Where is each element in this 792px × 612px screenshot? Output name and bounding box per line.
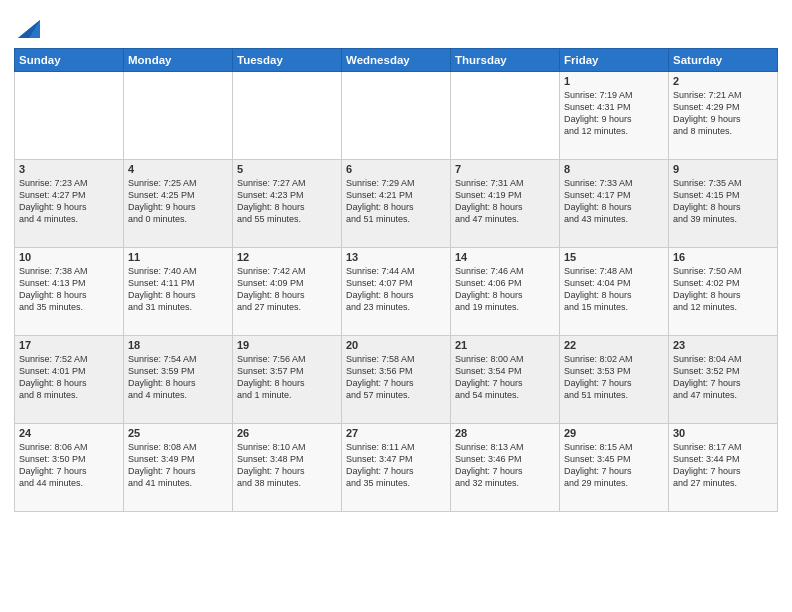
- day-number: 8: [564, 163, 664, 175]
- day-number: 5: [237, 163, 337, 175]
- day-number: 24: [19, 427, 119, 439]
- day-info: Sunrise: 7:29 AM Sunset: 4:21 PM Dayligh…: [346, 177, 446, 226]
- calendar-cell: 14Sunrise: 7:46 AM Sunset: 4:06 PM Dayli…: [451, 248, 560, 336]
- day-info: Sunrise: 7:50 AM Sunset: 4:02 PM Dayligh…: [673, 265, 773, 314]
- day-info: Sunrise: 7:48 AM Sunset: 4:04 PM Dayligh…: [564, 265, 664, 314]
- calendar-header-monday: Monday: [124, 49, 233, 72]
- day-info: Sunrise: 8:04 AM Sunset: 3:52 PM Dayligh…: [673, 353, 773, 402]
- calendar-cell: 5Sunrise: 7:27 AM Sunset: 4:23 PM Daylig…: [233, 160, 342, 248]
- day-info: Sunrise: 8:08 AM Sunset: 3:49 PM Dayligh…: [128, 441, 228, 490]
- day-info: Sunrise: 7:19 AM Sunset: 4:31 PM Dayligh…: [564, 89, 664, 138]
- day-number: 26: [237, 427, 337, 439]
- calendar-header-tuesday: Tuesday: [233, 49, 342, 72]
- day-number: 20: [346, 339, 446, 351]
- calendar-cell: 18Sunrise: 7:54 AM Sunset: 3:59 PM Dayli…: [124, 336, 233, 424]
- day-number: 21: [455, 339, 555, 351]
- day-number: 6: [346, 163, 446, 175]
- day-info: Sunrise: 7:54 AM Sunset: 3:59 PM Dayligh…: [128, 353, 228, 402]
- calendar-cell: 10Sunrise: 7:38 AM Sunset: 4:13 PM Dayli…: [15, 248, 124, 336]
- day-number: 27: [346, 427, 446, 439]
- calendar-cell: [124, 72, 233, 160]
- calendar-cell: 25Sunrise: 8:08 AM Sunset: 3:49 PM Dayli…: [124, 424, 233, 512]
- calendar-cell: [15, 72, 124, 160]
- day-info: Sunrise: 7:46 AM Sunset: 4:06 PM Dayligh…: [455, 265, 555, 314]
- day-info: Sunrise: 8:13 AM Sunset: 3:46 PM Dayligh…: [455, 441, 555, 490]
- calendar-cell: 7Sunrise: 7:31 AM Sunset: 4:19 PM Daylig…: [451, 160, 560, 248]
- calendar-cell: 30Sunrise: 8:17 AM Sunset: 3:44 PM Dayli…: [669, 424, 778, 512]
- day-number: 4: [128, 163, 228, 175]
- calendar-header-saturday: Saturday: [669, 49, 778, 72]
- day-number: 18: [128, 339, 228, 351]
- calendar-header-thursday: Thursday: [451, 49, 560, 72]
- day-number: 12: [237, 251, 337, 263]
- calendar: SundayMondayTuesdayWednesdayThursdayFrid…: [14, 48, 778, 512]
- logo-icon: [18, 10, 40, 42]
- calendar-header-wednesday: Wednesday: [342, 49, 451, 72]
- day-info: Sunrise: 8:10 AM Sunset: 3:48 PM Dayligh…: [237, 441, 337, 490]
- calendar-cell: 11Sunrise: 7:40 AM Sunset: 4:11 PM Dayli…: [124, 248, 233, 336]
- calendar-cell: 13Sunrise: 7:44 AM Sunset: 4:07 PM Dayli…: [342, 248, 451, 336]
- day-info: Sunrise: 8:15 AM Sunset: 3:45 PM Dayligh…: [564, 441, 664, 490]
- calendar-cell: 26Sunrise: 8:10 AM Sunset: 3:48 PM Dayli…: [233, 424, 342, 512]
- calendar-header-friday: Friday: [560, 49, 669, 72]
- day-info: Sunrise: 7:58 AM Sunset: 3:56 PM Dayligh…: [346, 353, 446, 402]
- day-info: Sunrise: 7:42 AM Sunset: 4:09 PM Dayligh…: [237, 265, 337, 314]
- calendar-header-row: SundayMondayTuesdayWednesdayThursdayFrid…: [15, 49, 778, 72]
- day-number: 30: [673, 427, 773, 439]
- calendar-cell: 21Sunrise: 8:00 AM Sunset: 3:54 PM Dayli…: [451, 336, 560, 424]
- day-number: 13: [346, 251, 446, 263]
- day-number: 28: [455, 427, 555, 439]
- week-row-3: 10Sunrise: 7:38 AM Sunset: 4:13 PM Dayli…: [15, 248, 778, 336]
- day-info: Sunrise: 7:40 AM Sunset: 4:11 PM Dayligh…: [128, 265, 228, 314]
- day-number: 17: [19, 339, 119, 351]
- day-info: Sunrise: 7:52 AM Sunset: 4:01 PM Dayligh…: [19, 353, 119, 402]
- day-info: Sunrise: 7:38 AM Sunset: 4:13 PM Dayligh…: [19, 265, 119, 314]
- calendar-cell: [342, 72, 451, 160]
- calendar-cell: 23Sunrise: 8:04 AM Sunset: 3:52 PM Dayli…: [669, 336, 778, 424]
- calendar-cell: 2Sunrise: 7:21 AM Sunset: 4:29 PM Daylig…: [669, 72, 778, 160]
- calendar-cell: 29Sunrise: 8:15 AM Sunset: 3:45 PM Dayli…: [560, 424, 669, 512]
- calendar-cell: 8Sunrise: 7:33 AM Sunset: 4:17 PM Daylig…: [560, 160, 669, 248]
- calendar-cell: 27Sunrise: 8:11 AM Sunset: 3:47 PM Dayli…: [342, 424, 451, 512]
- day-info: Sunrise: 7:25 AM Sunset: 4:25 PM Dayligh…: [128, 177, 228, 226]
- day-number: 1: [564, 75, 664, 87]
- day-info: Sunrise: 7:23 AM Sunset: 4:27 PM Dayligh…: [19, 177, 119, 226]
- day-number: 22: [564, 339, 664, 351]
- calendar-cell: 22Sunrise: 8:02 AM Sunset: 3:53 PM Dayli…: [560, 336, 669, 424]
- logo: [14, 10, 40, 42]
- calendar-cell: [451, 72, 560, 160]
- day-info: Sunrise: 7:56 AM Sunset: 3:57 PM Dayligh…: [237, 353, 337, 402]
- week-row-1: 1Sunrise: 7:19 AM Sunset: 4:31 PM Daylig…: [15, 72, 778, 160]
- day-number: 2: [673, 75, 773, 87]
- day-info: Sunrise: 7:33 AM Sunset: 4:17 PM Dayligh…: [564, 177, 664, 226]
- day-number: 11: [128, 251, 228, 263]
- week-row-5: 24Sunrise: 8:06 AM Sunset: 3:50 PM Dayli…: [15, 424, 778, 512]
- day-info: Sunrise: 7:21 AM Sunset: 4:29 PM Dayligh…: [673, 89, 773, 138]
- day-number: 16: [673, 251, 773, 263]
- header: [14, 10, 778, 42]
- day-number: 9: [673, 163, 773, 175]
- day-info: Sunrise: 7:44 AM Sunset: 4:07 PM Dayligh…: [346, 265, 446, 314]
- calendar-cell: 15Sunrise: 7:48 AM Sunset: 4:04 PM Dayli…: [560, 248, 669, 336]
- calendar-cell: 1Sunrise: 7:19 AM Sunset: 4:31 PM Daylig…: [560, 72, 669, 160]
- day-info: Sunrise: 7:31 AM Sunset: 4:19 PM Dayligh…: [455, 177, 555, 226]
- calendar-cell: 19Sunrise: 7:56 AM Sunset: 3:57 PM Dayli…: [233, 336, 342, 424]
- day-number: 3: [19, 163, 119, 175]
- day-number: 14: [455, 251, 555, 263]
- day-number: 15: [564, 251, 664, 263]
- week-row-2: 3Sunrise: 7:23 AM Sunset: 4:27 PM Daylig…: [15, 160, 778, 248]
- day-info: Sunrise: 8:11 AM Sunset: 3:47 PM Dayligh…: [346, 441, 446, 490]
- calendar-cell: 12Sunrise: 7:42 AM Sunset: 4:09 PM Dayli…: [233, 248, 342, 336]
- calendar-cell: 4Sunrise: 7:25 AM Sunset: 4:25 PM Daylig…: [124, 160, 233, 248]
- day-info: Sunrise: 8:00 AM Sunset: 3:54 PM Dayligh…: [455, 353, 555, 402]
- calendar-cell: [233, 72, 342, 160]
- calendar-header-sunday: Sunday: [15, 49, 124, 72]
- day-number: 19: [237, 339, 337, 351]
- calendar-cell: 6Sunrise: 7:29 AM Sunset: 4:21 PM Daylig…: [342, 160, 451, 248]
- calendar-cell: 17Sunrise: 7:52 AM Sunset: 4:01 PM Dayli…: [15, 336, 124, 424]
- day-info: Sunrise: 7:35 AM Sunset: 4:15 PM Dayligh…: [673, 177, 773, 226]
- calendar-cell: 28Sunrise: 8:13 AM Sunset: 3:46 PM Dayli…: [451, 424, 560, 512]
- calendar-cell: 9Sunrise: 7:35 AM Sunset: 4:15 PM Daylig…: [669, 160, 778, 248]
- calendar-cell: 16Sunrise: 7:50 AM Sunset: 4:02 PM Dayli…: [669, 248, 778, 336]
- calendar-cell: 24Sunrise: 8:06 AM Sunset: 3:50 PM Dayli…: [15, 424, 124, 512]
